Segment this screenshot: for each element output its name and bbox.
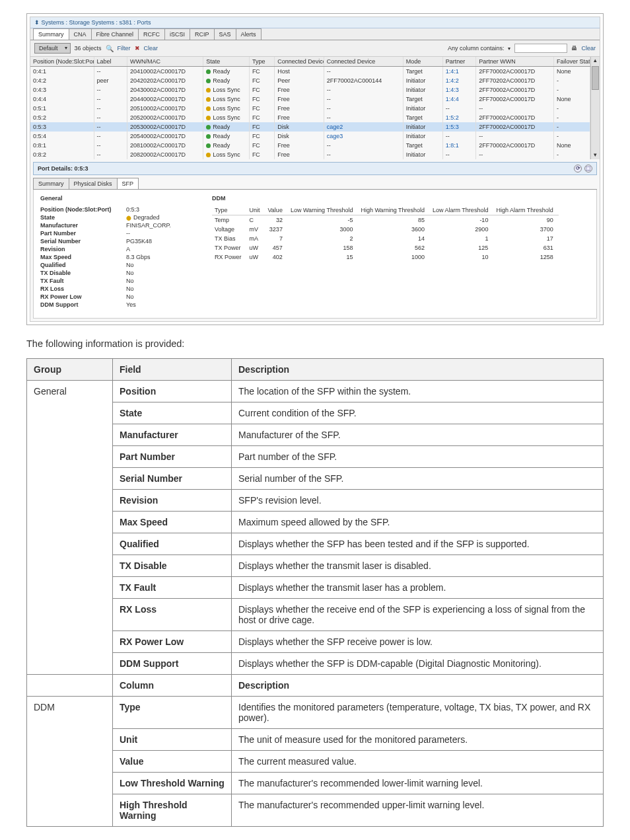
field-label: Max Speed — [40, 254, 126, 260]
col-header[interactable]: Type — [249, 57, 274, 67]
table-row[interactable]: 0:4:4--20440002AC00017DLoss SyncFCFree--… — [30, 95, 590, 104]
desc-row: StateCurrent condition of the SFP. — [27, 402, 604, 424]
view-dropdown[interactable]: Default — [34, 43, 71, 54]
table-row[interactable]: 0:5:2--20520002AC00017DLoss SyncFCFree--… — [30, 113, 590, 122]
tree-icon: ⬍ — [34, 19, 42, 26]
desc-cell: Displays whether the transmit laser is d… — [232, 555, 604, 577]
clear-filter-icon[interactable]: ✖ — [135, 45, 140, 52]
refresh-icon[interactable]: ⟳ — [574, 165, 582, 172]
field-cell: Part Number — [113, 446, 232, 468]
col-header[interactable]: Connected Device — [324, 57, 403, 67]
top-tab-rcfc[interactable]: RCFC — [138, 28, 165, 40]
desc-row: RX Power LowDisplays whether the SFP rec… — [27, 631, 604, 653]
sub-tab-summary[interactable]: Summary — [33, 178, 69, 189]
top-tab-iscsi[interactable]: iSCSI — [164, 28, 190, 40]
col-header[interactable]: Failover State — [553, 57, 590, 67]
desc-cell: Manufacturer of the SFP. — [232, 424, 604, 446]
field-value: FINISAR_CORP. — [126, 222, 171, 229]
desc-cell: The manufacturer's recommended lower-lim… — [232, 773, 604, 794]
desc-cell: Serial number of the SFP. — [232, 468, 604, 490]
desc-row: Serial NumberSerial number of the SFP. — [27, 468, 604, 490]
general-field-row: RevisionA — [40, 245, 192, 253]
desc-cell: Current condition of the SFP. — [232, 402, 604, 424]
col-header[interactable]: Label — [94, 57, 127, 67]
desc-cell: Part number of the SFP. — [232, 446, 604, 468]
field-cell: Manufacturer — [113, 424, 232, 446]
table-row[interactable]: 0:5:3--20530002AC00017DReadyFCDiskcage2I… — [30, 122, 590, 132]
field-cell: Serial Number — [113, 468, 232, 490]
port-details-header: Port Details: 0:5:3 ⟳ ⬚ — [33, 162, 597, 175]
general-field-row: ManufacturerFINISAR_CORP. — [40, 221, 192, 229]
field-cell: Value — [113, 751, 232, 773]
col-header[interactable]: Partner — [442, 57, 475, 67]
desc-cell: The current measured value. — [232, 751, 604, 773]
table-row[interactable]: 0:5:4--20540002AC00017DReadyFCDiskcage3I… — [30, 132, 590, 141]
field-label: Manufacturer — [40, 222, 126, 229]
desc-row: DDMTypeIdentifies the monitored paramete… — [27, 697, 604, 729]
ddm-col-header: High Alarm Threshold — [493, 206, 558, 215]
table-row[interactable]: 0:4:3--20430002AC00017DLoss SyncFCFree--… — [30, 85, 590, 95]
field-value: Degraded — [126, 214, 160, 221]
any-column-label: Any column contains: — [448, 45, 505, 52]
ddm-col-header: Value — [265, 206, 288, 215]
sub-tab-physical-disks[interactable]: Physical Disks — [69, 178, 118, 189]
vertical-scrollbar[interactable]: ▴ ▾ — [590, 57, 600, 159]
ddm-table: TypeUnitValueLow Warning ThresholdHigh W… — [212, 206, 559, 262]
general-field-row: RX LossNo — [40, 285, 192, 293]
desc-cell: Displays whether the SFP has been tested… — [232, 533, 604, 555]
top-tab-summary[interactable]: Summary — [33, 28, 69, 40]
sub-tab-sfp[interactable]: SFP — [117, 178, 139, 189]
field-label: Position (Node:Slot:Port) — [40, 206, 126, 213]
description-table: Group Field Description GeneralPositionT… — [26, 358, 604, 827]
field-cell: TX Fault — [113, 577, 232, 599]
clear-filter-link[interactable]: Clear — [144, 45, 158, 52]
ddm-col-header: Unit — [247, 206, 265, 215]
field-cell: Position — [113, 381, 232, 402]
desc-row: GeneralPositionThe location of the SFP w… — [27, 381, 604, 402]
field-value: A — [126, 246, 130, 252]
table-row[interactable]: 0:4:1--20410002AC00017DReadyFCHost--Targ… — [30, 67, 590, 77]
filter-link[interactable]: Filter — [118, 45, 131, 52]
desc-row: Low Threshold WarningThe manufacturer's … — [27, 773, 604, 794]
col-header[interactable]: Connected Device Type — [275, 57, 324, 67]
ports-table[interactable]: Position (Node:Slot:Port)LabelWWN/MACSta… — [30, 57, 590, 159]
screenshot-panel: ⬍ Systems : Storage Systems : s381 : Por… — [26, 13, 604, 325]
general-field-row: QualifiedNo — [40, 261, 192, 269]
ddm-row: RX PoweruW402151000101258 — [212, 252, 559, 262]
general-field-row: TX FaultNo — [40, 277, 192, 285]
table-row[interactable]: 0:5:1--20510002AC00017DLoss SyncFCFree--… — [30, 104, 590, 113]
clear-search-link[interactable]: Clear — [581, 45, 596, 52]
col-header[interactable]: WWN/MAC — [127, 57, 203, 67]
print-icon[interactable]: 🖶 — [571, 45, 577, 52]
table-row[interactable]: 0:8:1--20810002AC00017DReadyFCFree--Targ… — [30, 141, 590, 150]
desc-cell: Maximum speed allowed by the SFP. — [232, 512, 604, 533]
status-dot-icon — [206, 69, 211, 74]
ddm-row: TX PoweruW457158562125631 — [212, 243, 559, 252]
expand-icon[interactable]: ⬚ — [584, 165, 592, 172]
field-label: RX Loss — [40, 286, 126, 292]
col-header[interactable]: Position (Node:Slot:Port) — [30, 57, 94, 67]
top-tab-cna[interactable]: CNA — [69, 28, 92, 40]
table-row[interactable]: 0:8:2--20820002AC00017DLoss SyncFCFree--… — [30, 150, 590, 159]
ddm-col-header: Type — [212, 206, 247, 215]
top-tab-fibre-channel[interactable]: Fibre Channel — [91, 28, 139, 40]
filter-icon[interactable]: 🔍 — [106, 45, 114, 52]
desc-row: High Threshold WarningThe manufacturer's… — [27, 794, 604, 827]
field-label: DDM Support — [40, 301, 126, 308]
general-field-row: Serial NumberPG35K48 — [40, 237, 192, 245]
status-dot-icon — [206, 97, 211, 102]
top-tab-alerts[interactable]: Alerts — [236, 28, 262, 40]
table-row[interactable]: 0:4:2peer20420202AC00017DReadyFCPeer2FF7… — [30, 76, 590, 85]
object-count: 36 objects — [75, 45, 102, 52]
col-header[interactable]: Mode — [403, 57, 442, 67]
ddm-row: VoltagemV32373000360029003700 — [212, 225, 559, 234]
general-field-row: Max Speed8.3 Gbps — [40, 253, 192, 261]
general-field-row: DDM SupportYes — [40, 301, 192, 309]
search-input[interactable] — [514, 44, 567, 53]
col-header[interactable]: Partner WWN — [476, 57, 554, 67]
col-header[interactable]: State — [203, 57, 250, 67]
top-tab-rcip[interactable]: RCIP — [190, 28, 215, 40]
desc-cell: Displays whether the transmit laser has … — [232, 577, 604, 599]
top-tab-sas[interactable]: SAS — [214, 28, 236, 40]
desc-cell: SFP's revision level. — [232, 490, 604, 512]
